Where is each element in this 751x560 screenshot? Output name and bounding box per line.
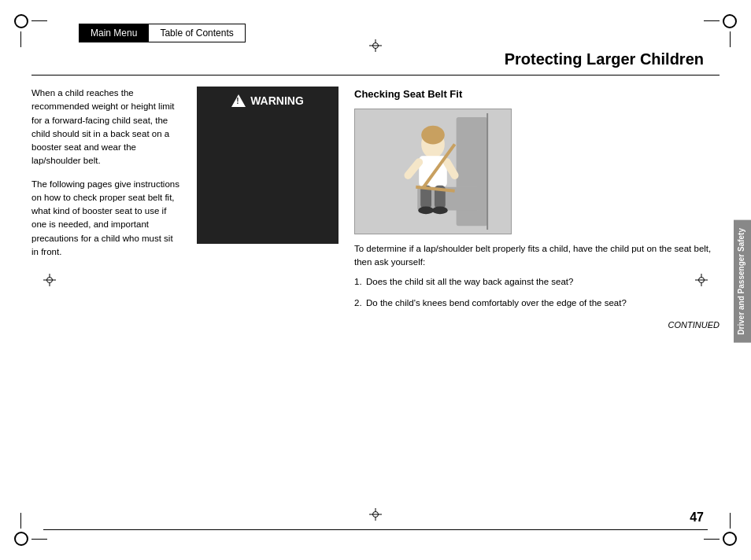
right-column: Checking Seat Belt Fit [346, 87, 720, 472]
main-content: When a child reaches the recommended wei… [31, 87, 720, 472]
svg-point-11 [432, 206, 448, 214]
toc-button[interactable]: Table of Contents [148, 24, 245, 42]
crosshair-top [369, 39, 382, 52]
warning-column: WARNING [189, 87, 346, 472]
checklist: Does the child sit all the way back agai… [354, 275, 720, 311]
warning-box: WARNING [197, 87, 339, 244]
checklist-item-2: Do the child's knees bend comfortably ov… [354, 297, 720, 310]
checklist-item-1: Does the child sit all the way back agai… [354, 275, 720, 289]
page-title: Protecting Larger Children [31, 50, 720, 68]
svg-point-10 [418, 206, 434, 214]
crosshair-bottom [369, 508, 382, 521]
main-menu-button[interactable]: Main Menu [79, 24, 148, 42]
left-paragraph-1: When a child reaches the recommended wei… [31, 87, 181, 168]
corner-mark-br [713, 522, 737, 546]
left-paragraph-2: The following pages give instructions on… [31, 178, 181, 260]
crosshair-left [43, 274, 56, 286]
page-number: 47 [690, 510, 704, 525]
intro-text: To determine if a lap/shoulder belt prop… [354, 242, 720, 270]
warning-triangle-icon [231, 94, 246, 107]
title-divider [31, 75, 720, 76]
svg-point-4 [421, 125, 445, 144]
seat-belt-illustration [354, 109, 512, 234]
corner-mark-tr [713, 14, 737, 38]
corner-mark-bl [14, 522, 38, 546]
warning-label: WARNING [250, 94, 304, 107]
bottom-divider [43, 529, 708, 530]
nav-bar: Main Menu Table of Contents [79, 24, 720, 42]
corner-mark-tl [14, 14, 38, 38]
continued-label: CONTINUED [354, 319, 720, 332]
side-tab: Driver and Passenger Safety [734, 220, 751, 343]
warning-header: WARNING [231, 94, 304, 107]
section-title: Checking Seat Belt Fit [354, 87, 720, 102]
